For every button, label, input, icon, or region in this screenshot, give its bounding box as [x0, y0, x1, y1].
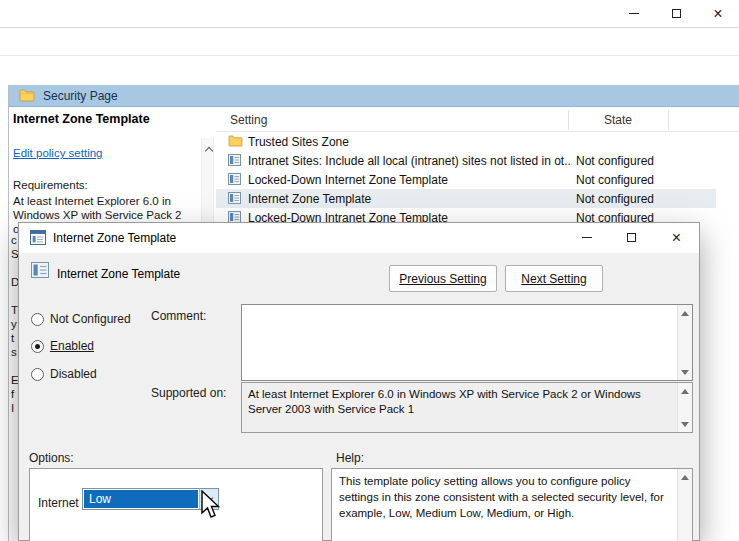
- policy-setting-icon: [228, 192, 241, 204]
- edit-policy-setting-link[interactable]: Edit policy setting: [13, 146, 103, 160]
- radio-checked-icon: [31, 340, 44, 353]
- security-page-title: Security Page: [43, 89, 118, 103]
- previous-setting-label: Previous Setting: [399, 272, 486, 286]
- column-header-state[interactable]: State: [568, 113, 668, 127]
- radio-enabled[interactable]: Enabled: [31, 338, 94, 354]
- radio-not-configured[interactable]: Not Configured: [31, 311, 131, 327]
- column-header-setting[interactable]: Setting: [230, 113, 267, 127]
- chevron-up-icon: [204, 146, 212, 154]
- help-panel: This template policy setting allows you …: [331, 468, 693, 541]
- options-panel: Internet Low: [29, 468, 323, 541]
- left-pane-text-fragment: y: [11, 318, 17, 330]
- setting-name: Trusted Sites Zone: [248, 135, 572, 149]
- requirements-label: Requirements:: [13, 178, 88, 192]
- list-item-selected[interactable]: Internet Zone Template Not configured: [216, 189, 716, 208]
- radio-label: Disabled: [50, 367, 97, 381]
- radio-label: Not Configured: [50, 312, 131, 326]
- setting-name: Internet Zone Template: [248, 192, 572, 206]
- dialog-close-button[interactable]: ×: [654, 223, 699, 252]
- window-minimize-button[interactable]: [613, 0, 655, 27]
- previous-setting-button[interactable]: Previous Setting: [389, 265, 497, 292]
- left-pane-text-fragment: f: [11, 388, 14, 400]
- dialog-app-icon: [30, 230, 46, 245]
- setting-name: Intranet Sites: Include all local (intra…: [248, 154, 572, 168]
- help-text: This template policy setting allows you …: [339, 473, 670, 521]
- folder-icon: [19, 89, 35, 102]
- triangle-up-icon: [681, 311, 689, 316]
- next-setting-label: Next Setting: [521, 272, 586, 286]
- policy-title: Internet Zone Template: [13, 112, 150, 126]
- window-close-button[interactable]: ×: [697, 0, 739, 27]
- left-pane-text-fragment: T: [11, 304, 18, 316]
- column-divider: [668, 110, 669, 130]
- radio-disabled[interactable]: Disabled: [31, 366, 97, 382]
- requirements-line: At least Internet Explorer 6.0 in: [13, 194, 171, 208]
- settings-list-header: Setting State: [216, 108, 739, 132]
- close-icon: ×: [672, 230, 681, 246]
- dialog-title: Internet Zone Template: [53, 231, 176, 245]
- triangle-up-icon: [681, 389, 689, 394]
- left-pane-text-fragment: t: [11, 332, 14, 344]
- window-titlebar: ×: [0, 0, 739, 28]
- internet-label: Internet: [38, 496, 79, 510]
- left-pane-text-fragment: s: [11, 346, 17, 358]
- folder-icon: [228, 135, 243, 147]
- requirements-line: Windows XP with Service Pack 2: [13, 208, 182, 222]
- triangle-down-icon: [681, 370, 689, 375]
- dialog-titlebar: Internet Zone Template ×: [19, 223, 699, 253]
- list-item[interactable]: Intranet Sites: Include all local (intra…: [216, 151, 716, 170]
- supported-scrollbar[interactable]: [677, 383, 692, 432]
- options-label: Options:: [29, 451, 74, 465]
- triangle-up-icon: [681, 475, 689, 480]
- radio-icon: [31, 368, 44, 381]
- left-pane-text-fragment: c: [11, 234, 17, 246]
- comment-label: Comment:: [151, 309, 206, 323]
- supported-on-box: At least Internet Explorer 6.0 in Window…: [241, 382, 693, 433]
- scroll-up-button[interactable]: [202, 142, 215, 156]
- dialog-minimize-button[interactable]: [564, 223, 609, 252]
- dialog-maximize-button[interactable]: [609, 223, 654, 252]
- setting-state: Not configured: [576, 154, 706, 168]
- scroll-up-button[interactable]: [678, 307, 692, 319]
- supported-on-value: At least Internet Explorer 6.0 in Window…: [248, 387, 670, 417]
- scroll-up-button[interactable]: [678, 471, 692, 483]
- window-maximize-button[interactable]: [655, 0, 697, 27]
- next-setting-button[interactable]: Next Setting: [505, 265, 603, 292]
- setting-name: Locked-Down Internet Zone Template: [248, 173, 572, 187]
- setting-state: Not configured: [576, 192, 706, 206]
- comment-scrollbar[interactable]: [677, 305, 692, 380]
- supported-on-label: Supported on:: [151, 386, 226, 400]
- setting-state: Not configured: [576, 173, 706, 187]
- screen: × Security Page Internet Zone Template E…: [0, 0, 739, 541]
- security-page-header: Security Page: [9, 85, 739, 107]
- minimize-icon: [629, 13, 639, 14]
- dialog-policy-name: Internet Zone Template: [57, 267, 180, 281]
- maximize-icon: [672, 9, 681, 18]
- scroll-down-button[interactable]: [678, 418, 692, 430]
- maximize-icon: [627, 233, 636, 242]
- list-item[interactable]: Locked-Down Internet Zone Template Not c…: [216, 170, 716, 189]
- scroll-down-button[interactable]: [678, 366, 692, 378]
- triangle-down-icon: [681, 422, 689, 427]
- policy-setting-dialog: Internet Zone Template × Internet Zone T…: [18, 222, 700, 541]
- dropdown-selected-value: Low: [84, 490, 198, 508]
- list-item[interactable]: Trusted Sites Zone: [216, 132, 716, 151]
- comment-textarea[interactable]: [241, 304, 693, 381]
- dialog-window-controls: ×: [564, 223, 699, 253]
- toolbar-divider: [0, 55, 739, 56]
- radio-label: Enabled: [50, 339, 94, 353]
- help-scrollbar[interactable]: [677, 469, 692, 541]
- mouse-cursor-icon: [197, 490, 221, 522]
- radio-icon: [31, 313, 44, 326]
- policy-setting-icon: [228, 154, 241, 166]
- policy-setting-icon: [228, 173, 241, 185]
- close-icon: ×: [713, 6, 722, 22]
- left-pane-text-fragment: I: [11, 402, 14, 414]
- policy-setting-icon: [31, 262, 49, 278]
- help-label: Help:: [336, 451, 364, 465]
- pane-left-border: [8, 85, 9, 541]
- scroll-up-button[interactable]: [678, 385, 692, 397]
- minimize-icon: [582, 237, 592, 238]
- window-controls: ×: [613, 0, 739, 28]
